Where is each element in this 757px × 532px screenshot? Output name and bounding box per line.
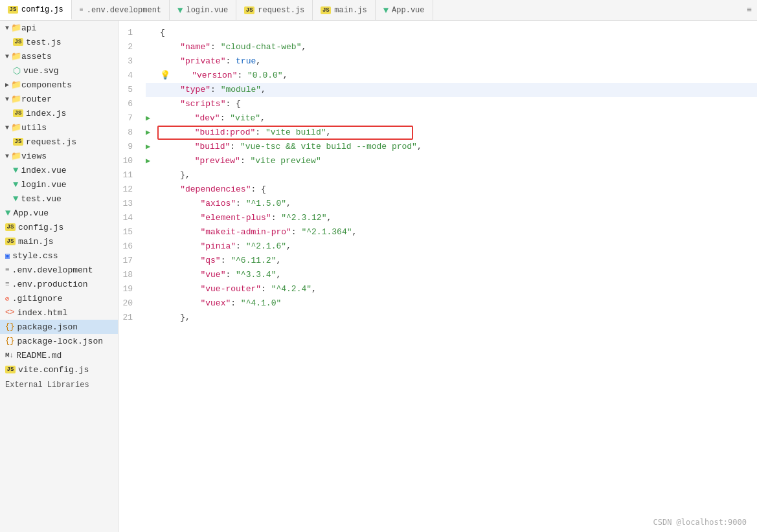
code-token: "preview": [195, 154, 240, 168]
sidebar-item-env-dev[interactable]: ≡ .env.development: [0, 263, 118, 277]
code-token: "vue-router": [200, 282, 261, 296]
line-number: 11: [119, 168, 138, 183]
line-number: 8: [119, 126, 138, 140]
code-line: ▶ "build:prod": "vite build",: [146, 126, 757, 140]
sidebar-item-index-vue[interactable]: ▼ index.vue: [0, 163, 118, 177]
sidebar-item-router-index-js[interactable]: JS index.js: [0, 106, 118, 120]
expand-arrow: ▼: [5, 153, 9, 160]
line-number: 20: [119, 296, 138, 311]
sidebar-item-api-folder[interactable]: ▼ 📁 api: [0, 21, 118, 35]
sidebar-item-label: package-lock.json: [17, 337, 103, 346]
js-icon: JS: [8, 6, 18, 14]
expand-arrow: ▶: [5, 81, 9, 89]
tab-app-vue[interactable]: ▼ App.vue: [376, 0, 433, 20]
run-arrow-icon[interactable]: ▶: [146, 126, 150, 140]
tab-login-vue[interactable]: ▼ login.vue: [170, 0, 236, 20]
code-token: :: [271, 211, 282, 225]
sidebar-item-test-js[interactable]: JS test.js: [0, 35, 118, 49]
sidebar-item-router-folder[interactable]: ▼ 📁 router: [0, 92, 118, 106]
sidebar-item-vite-config-js[interactable]: JS vite.config.js: [0, 362, 118, 377]
code-token: [160, 197, 200, 211]
sidebar-item-env-prod[interactable]: ≡ .env.production: [0, 277, 118, 291]
sidebar-item-assets-folder[interactable]: ▼ 📁 assets: [0, 49, 118, 63]
code-token: "vite build": [266, 126, 326, 140]
js-badge-icon: JS: [5, 238, 16, 245]
js-badge-icon: JS: [13, 109, 23, 117]
sidebar-item-readme-md[interactable]: M↓ README.md: [0, 348, 118, 362]
sidebar-item-config-js[interactable]: JS config.js: [0, 220, 118, 234]
svg-icon: ⬡: [13, 65, 21, 76]
code-token: [172, 69, 192, 83]
tab-env-development[interactable]: ≡ .env.development: [72, 0, 170, 20]
sidebar-item-views-folder[interactable]: ▼ 📁 views: [0, 149, 118, 163]
tab-label: login.vue: [186, 6, 228, 15]
code-token: "vite": [230, 111, 260, 126]
code-token: "vue": [200, 268, 225, 282]
md-icon: M↓: [5, 351, 14, 359]
code-editor[interactable]: 123456789101112131415161718192021 { "nam…: [119, 21, 757, 532]
sidebar-item-app-vue[interactable]: ▼ App.vue: [0, 206, 118, 220]
code-token: "axios": [200, 197, 236, 211]
code-line: "makeit-admin-pro": "^2.1.364",: [146, 225, 757, 239]
code-token: [160, 40, 180, 54]
code-token: ,: [326, 211, 332, 225]
expand-arrow: ▼: [5, 25, 9, 32]
tab-label: main.js: [334, 6, 367, 15]
run-arrow-icon[interactable]: ▶: [146, 111, 150, 126]
sidebar-item-style-css[interactable]: ▣ style.css: [0, 249, 118, 263]
sidebar-item-index-html[interactable]: <> index.html: [0, 305, 118, 320]
run-arrow-icon[interactable]: ▶: [146, 140, 150, 154]
sidebar-item-label: .gitignore: [12, 294, 63, 304]
line-number: 6: [119, 97, 138, 111]
code-token: [160, 239, 200, 254]
tab-main-js[interactable]: JS main.js: [313, 0, 375, 20]
vue-icon: ▼: [383, 5, 389, 16]
sidebar-item-package-json[interactable]: {} package.json: [0, 320, 118, 334]
external-libraries-section[interactable]: External Libraries: [0, 377, 118, 393]
tab-more-button[interactable]: ≡: [741, 5, 757, 15]
watermark: CSDN @localhost:9000: [653, 518, 747, 527]
file-tree-sidebar: ▼ 📁 api JS test.js ▼ 📁 assets ⬡ vue.svg …: [0, 21, 119, 532]
code-token: :: [230, 140, 240, 154]
code-token: :: [255, 126, 266, 140]
js-icon: JS: [244, 6, 254, 14]
tab-label: config.js: [21, 5, 63, 14]
env-icon: ≡: [80, 6, 84, 14]
code-token: "element-plus": [200, 211, 271, 225]
code-token: "^2.1.6": [246, 239, 286, 254]
sidebar-item-gitignore[interactable]: ⊘ .gitignore: [0, 291, 118, 305]
tab-bar: JS config.js ≡ .env.development ▼ login.…: [0, 0, 757, 21]
expand-arrow: ▼: [5, 96, 9, 103]
expand-arrow: ▼: [5, 124, 9, 131]
sidebar-item-utils-folder[interactable]: ▼ 📁 utils: [0, 120, 118, 135]
code-line: "dependencies": {: [146, 183, 757, 197]
sidebar-item-label: login.vue: [21, 180, 66, 190]
vue-icon: ▼: [5, 208, 10, 218]
code-line: 💡 "version": "0.0.0",: [146, 69, 757, 83]
code-token: : {: [251, 183, 266, 197]
env-icon: ≡: [5, 280, 10, 288]
tab-config-js[interactable]: JS config.js: [0, 0, 72, 20]
sidebar-item-vue-svg[interactable]: ⬡ vue.svg: [0, 63, 118, 78]
sidebar-item-login-vue[interactable]: ▼ login.vue: [0, 177, 118, 192]
code-token: :: [231, 296, 241, 311]
code-line: "private": true,: [146, 54, 757, 69]
sidebar-item-components-folder[interactable]: ▶ 📁 components: [0, 78, 118, 92]
sidebar-item-main-js[interactable]: JS main.js: [0, 234, 118, 249]
code-token: :: [221, 254, 231, 268]
sidebar-item-label: api: [21, 23, 36, 33]
code-token: [160, 211, 200, 225]
run-arrow-icon[interactable]: ▶: [146, 154, 150, 168]
code-token: ,: [283, 69, 288, 83]
tab-label: request.js: [258, 6, 304, 15]
code-token: "type": [180, 83, 210, 97]
tab-request-js[interactable]: JS request.js: [236, 0, 313, 20]
code-token: [154, 126, 194, 140]
code-line: },: [146, 168, 757, 183]
sidebar-item-request-js[interactable]: JS request.js: [0, 135, 118, 149]
sidebar-item-package-lock-json[interactable]: {} package-lock.json: [0, 334, 118, 348]
code-token: :: [210, 83, 221, 97]
line-numbers: 123456789101112131415161718192021: [119, 26, 146, 527]
line-number: 15: [119, 225, 138, 239]
sidebar-item-test-vue[interactable]: ▼ test.vue: [0, 192, 118, 206]
